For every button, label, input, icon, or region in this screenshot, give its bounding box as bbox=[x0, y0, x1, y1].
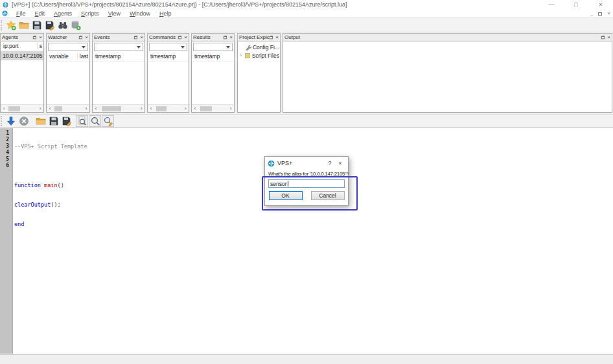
tree-item-config-files[interactable]: Config Fi... bbox=[238, 43, 279, 51]
minimize-button[interactable]: — bbox=[539, 0, 564, 9]
float-panel-icon[interactable] bbox=[133, 36, 138, 40]
events-agent-select[interactable] bbox=[94, 43, 143, 51]
events-col-timestamp: timestamp bbox=[95, 53, 121, 60]
scroll-right-icon[interactable]: › bbox=[227, 106, 234, 112]
watcher-hscrollbar[interactable]: ‹ › bbox=[47, 104, 89, 112]
scroll-left-icon[interactable]: ‹ bbox=[1, 106, 7, 112]
float-panel-icon[interactable] bbox=[32, 36, 37, 40]
float-panel-icon[interactable] bbox=[269, 36, 273, 40]
import-script-button[interactable] bbox=[5, 115, 17, 128]
scroll-right-icon[interactable]: › bbox=[138, 106, 145, 112]
menu-window[interactable]: Window bbox=[125, 10, 155, 17]
stop-script-button[interactable] bbox=[17, 115, 30, 128]
new-project-button[interactable] bbox=[5, 19, 17, 32]
function-name-token: main bbox=[44, 182, 57, 188]
agents-panel: Agents × ip:port s 10.0.0.147:2105 ‹ › bbox=[0, 33, 44, 113]
agents-panel-header: Agents × bbox=[0, 33, 44, 41]
commands-hscrollbar[interactable]: ‹ › bbox=[148, 104, 189, 112]
tree-item-script-files[interactable]: › Script Files bbox=[238, 51, 279, 60]
agents-hscrollbar[interactable]: ‹ › bbox=[1, 104, 43, 112]
menu-file[interactable]: File bbox=[12, 10, 30, 17]
save-project-button[interactable] bbox=[30, 19, 43, 32]
chevron-down-icon bbox=[82, 46, 86, 49]
events-hscrollbar[interactable]: ‹ › bbox=[93, 104, 145, 112]
call-token: clearOutput bbox=[14, 201, 51, 208]
menu-scripts[interactable]: Scripts bbox=[76, 10, 104, 17]
mdi-minimize-button[interactable]: _ bbox=[590, 11, 593, 16]
save-script-as-button[interactable] bbox=[60, 115, 73, 128]
scroll-left-icon[interactable]: ‹ bbox=[192, 106, 198, 112]
results-column-header[interactable]: timestamp bbox=[192, 52, 234, 62]
find-agents-button[interactable] bbox=[56, 19, 69, 32]
results-agent-select[interactable] bbox=[193, 43, 233, 51]
close-panel-icon[interactable]: × bbox=[140, 35, 143, 40]
close-panel-icon[interactable]: × bbox=[85, 35, 88, 40]
commands-column-header[interactable]: timestamp bbox=[148, 52, 189, 62]
watcher-col-last: last bbox=[77, 53, 89, 60]
dialog-prompt-label: What's the alias for '10.0.0.147:2105'? bbox=[268, 171, 345, 177]
ok-button[interactable]: OK bbox=[269, 191, 303, 200]
chevron-down-icon bbox=[137, 46, 141, 49]
float-panel-icon[interactable] bbox=[223, 36, 227, 40]
close-panel-icon[interactable]: × bbox=[275, 35, 279, 40]
maximize-button[interactable]: □ bbox=[564, 0, 588, 9]
tree-expand-icon[interactable]: › bbox=[238, 52, 243, 58]
preview-button[interactable] bbox=[76, 115, 88, 127]
add-agent-button[interactable] bbox=[69, 19, 82, 32]
float-panel-icon[interactable] bbox=[601, 36, 605, 40]
zoom-button[interactable] bbox=[89, 115, 101, 127]
watcher-agent-select[interactable] bbox=[48, 43, 88, 51]
close-panel-icon[interactable]: × bbox=[607, 35, 610, 40]
commands-col-timestamp: timestamp bbox=[150, 53, 176, 60]
menu-edit[interactable]: Edit bbox=[30, 10, 50, 17]
scroll-right-icon[interactable]: › bbox=[182, 106, 189, 112]
float-panel-icon[interactable] bbox=[178, 36, 182, 40]
events-column-header[interactable]: timestamp bbox=[93, 52, 145, 62]
float-panel-icon[interactable] bbox=[78, 36, 83, 40]
save-icon bbox=[32, 20, 42, 30]
save-script-button[interactable] bbox=[47, 115, 60, 128]
mdi-restore-button[interactable] bbox=[598, 12, 602, 16]
events-panel-header: Events × bbox=[92, 33, 145, 41]
project-tree: Config Fi... › Script Files bbox=[238, 41, 280, 61]
mdi-close-button[interactable]: × bbox=[607, 11, 610, 16]
scroll-left-icon[interactable]: ‹ bbox=[47, 106, 53, 112]
output-panel: Output × bbox=[283, 33, 612, 113]
plain-token: (); bbox=[51, 201, 60, 208]
open-script-button[interactable] bbox=[34, 115, 47, 128]
scroll-right-icon[interactable]: › bbox=[83, 106, 89, 112]
menu-agents[interactable]: Agents bbox=[49, 10, 76, 17]
tree-label-config-files: Config Fi... bbox=[253, 44, 279, 51]
dock-panel-row: Agents × ip:port s 10.0.0.147:2105 ‹ › W… bbox=[0, 32, 613, 113]
save-icon bbox=[49, 116, 59, 126]
cancel-button[interactable]: Cancel bbox=[311, 191, 345, 200]
close-panel-icon[interactable]: × bbox=[184, 35, 187, 40]
close-panel-icon[interactable]: × bbox=[229, 35, 233, 40]
close-panel-icon[interactable]: × bbox=[39, 35, 42, 40]
scroll-left-icon[interactable]: ‹ bbox=[148, 106, 154, 112]
commands-agent-select[interactable] bbox=[149, 43, 187, 51]
find-replace-button[interactable] bbox=[102, 115, 114, 127]
code-line: --VPS+ Script Template bbox=[13, 143, 613, 150]
scroll-right-icon[interactable]: › bbox=[37, 106, 43, 112]
project-explorer-header: Project Explo... × bbox=[237, 33, 281, 41]
binoculars-icon bbox=[58, 20, 68, 30]
open-project-button[interactable] bbox=[17, 19, 30, 32]
stop-icon bbox=[19, 116, 29, 126]
scroll-left-icon[interactable]: ‹ bbox=[93, 106, 99, 112]
code-line: end bbox=[13, 221, 613, 227]
agents-column-header[interactable]: ip:port s bbox=[1, 41, 43, 51]
menu-help[interactable]: Help bbox=[155, 10, 176, 17]
close-button[interactable]: × bbox=[588, 0, 613, 9]
save-project-as-button[interactable] bbox=[43, 19, 56, 32]
menu-view[interactable]: View bbox=[104, 10, 125, 17]
agent-row[interactable]: 10.0.0.147:2105 bbox=[1, 51, 43, 60]
events-panel-title: Events bbox=[94, 34, 133, 40]
dialog-help-button[interactable]: ? bbox=[325, 160, 335, 166]
results-hscrollbar[interactable]: ‹ › bbox=[192, 104, 234, 112]
alias-input[interactable]: sensor bbox=[268, 179, 345, 188]
watcher-panel: Watcher × variable last ‹ › bbox=[46, 33, 90, 113]
dialog-close-button[interactable]: × bbox=[335, 160, 345, 166]
watcher-column-header[interactable]: variable last bbox=[47, 52, 89, 62]
tree-label-script-files: Script Files bbox=[252, 52, 279, 59]
